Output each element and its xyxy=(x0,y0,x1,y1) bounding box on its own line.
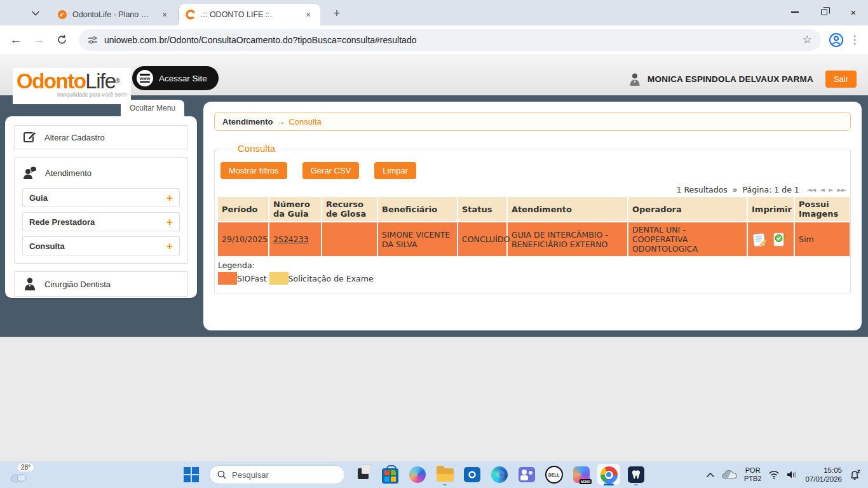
legend-label: Solicitação de Exame xyxy=(288,274,374,283)
reload-button[interactable] xyxy=(52,30,71,50)
legend-swatch-siofast xyxy=(218,272,237,285)
file-explorer-button[interactable] xyxy=(435,464,454,485)
clock[interactable]: 15:05 07/01/2026 xyxy=(805,466,842,484)
site-settings-icon[interactable] xyxy=(88,35,98,45)
results-count: 1 Resultados xyxy=(677,185,728,194)
copilot-icon xyxy=(409,466,426,483)
task-view-icon xyxy=(358,468,369,479)
generate-csv-button[interactable]: Gerar CSV xyxy=(302,162,360,179)
chrome-button[interactable] xyxy=(599,464,618,485)
url-text[interactable]: unioweb.com.br/Odonto/ConsultaOrcamento.… xyxy=(104,35,796,45)
cell-operadora: DENTAL UNI - COOPERATIVA ODONTOLOGICA xyxy=(628,222,747,256)
edge-button[interactable] xyxy=(490,464,509,485)
window-close-button[interactable]: × xyxy=(839,0,868,24)
new-tab-button[interactable]: + xyxy=(329,6,344,21)
dental-app-button[interactable] xyxy=(627,464,646,485)
start-button[interactable] xyxy=(182,464,201,485)
prev-page-icon[interactable]: ◄ xyxy=(820,186,824,193)
print-guide-icon[interactable] xyxy=(752,231,768,248)
active-running-indicator xyxy=(604,484,614,485)
store-icon xyxy=(382,468,398,484)
sidebar-item-atendimento[interactable]: Atendimento xyxy=(22,163,180,183)
legend-swatch-solicitacao xyxy=(269,272,288,285)
running-indicator xyxy=(443,484,447,486)
outlook-icon xyxy=(464,467,480,482)
forward-button[interactable]: → xyxy=(29,30,48,50)
window-restore-button[interactable] xyxy=(810,0,839,24)
tab-odonto-life-active[interactable]: .:: ODONTO LIFE ::. × xyxy=(179,4,320,25)
sidebar-group-atendimento: Atendimento Guia + Rede Prestadora + Con… xyxy=(14,157,188,264)
expand-plus-icon[interactable]: + xyxy=(166,241,173,252)
sidebar-item-rede-prestadora[interactable]: Rede Prestadora + xyxy=(22,212,180,231)
back-button[interactable]: ← xyxy=(6,30,25,50)
system-tray: POR PTB2 15:05 07/01/2026 xyxy=(706,461,862,488)
tab-close-icon[interactable]: × xyxy=(302,9,314,20)
clear-button[interactable]: Limpar xyxy=(374,162,416,179)
notification-bell-icon[interactable] xyxy=(849,469,862,480)
breadcrumb-current[interactable]: Consulta xyxy=(288,117,321,126)
tab-odontolife-plano[interactable]: OdontoLife - Plano Odontológ × xyxy=(51,5,177,24)
sidebar-item-guia[interactable]: Guia + xyxy=(22,188,180,207)
restore-icon xyxy=(821,9,827,15)
edge-icon xyxy=(491,466,508,483)
expand-plus-icon[interactable]: + xyxy=(166,217,173,227)
cell-atendimento: GUIA DE INTERCÂMBIO - BENEFICIÁRIO EXTER… xyxy=(507,222,628,256)
microsoft-store-button[interactable] xyxy=(381,464,400,485)
teams-button[interactable] xyxy=(517,464,536,485)
odontolife-logo[interactable]: OdontoLife® tranquilidade para você sorr… xyxy=(13,68,131,104)
sidebar-item-alterar-cadastro[interactable]: Alterar Cadastro xyxy=(14,125,188,149)
col-periodo: Período xyxy=(218,197,269,222)
page-info: Página: 1 de 1 xyxy=(743,185,799,194)
results-pagination-bar: 1 Resultados » Página: 1 de 1 ◄◄ ◄ ► ►► xyxy=(219,185,846,194)
logout-button[interactable]: Sair xyxy=(825,71,857,88)
language-indicator[interactable]: POR PTB2 xyxy=(744,466,762,483)
dental-app-icon xyxy=(628,466,644,483)
m365-copilot-button[interactable]: M365 xyxy=(572,464,591,485)
volume-icon[interactable] xyxy=(787,470,798,479)
browser-menu-button[interactable]: ⋮ xyxy=(848,33,862,46)
onedrive-icon[interactable] xyxy=(722,470,737,480)
profile-button[interactable] xyxy=(829,32,844,48)
table-header-row: Período Número da Guia Recurso de Glosa … xyxy=(218,197,850,222)
tab-close-icon[interactable]: × xyxy=(159,9,170,20)
sidebar-item-cirurgiao-dentista[interactable]: Cirurgião Dentista xyxy=(14,271,188,297)
window-minimize-button[interactable] xyxy=(780,0,810,24)
browser-tab-strip: OdontoLife - Plano Odontológ × .:: ODONT… xyxy=(0,0,868,25)
first-page-icon[interactable]: ◄◄ xyxy=(807,186,815,193)
cell-imprimir xyxy=(747,222,794,256)
logo-text: OdontoLife® xyxy=(17,71,127,92)
taskbar-search[interactable]: Pesquisar xyxy=(209,465,345,484)
show-filters-button[interactable]: Mostrar filtros xyxy=(220,162,287,179)
tab-search-chevron-icon[interactable] xyxy=(28,6,43,21)
outlook-button[interactable] xyxy=(463,464,482,485)
next-page-icon[interactable]: ► xyxy=(829,186,833,193)
col-numero-guia: Número da Guia xyxy=(269,197,322,222)
dell-app-button[interactable]: DELL xyxy=(545,464,564,485)
tray-expand-chevron-icon[interactable] xyxy=(706,472,715,478)
odontolife-favicon xyxy=(57,10,67,20)
guia-number-link[interactable]: 2524233 xyxy=(273,234,309,244)
breadcrumb-arrow: → xyxy=(276,117,285,126)
hide-menu-tab[interactable]: Ocultar Menu xyxy=(121,100,184,116)
windows-taskbar: 28° Pesquisar xyxy=(0,461,868,488)
weather-temp: 28° xyxy=(18,463,34,471)
address-bar[interactable]: unioweb.com.br/Odonto/ConsultaOrcamento.… xyxy=(79,29,821,51)
cell-numero-guia: 2524233 xyxy=(269,222,322,256)
expand-plus-icon[interactable]: + xyxy=(166,193,173,203)
bookmark-star-icon[interactable]: ☆ xyxy=(803,33,812,46)
dentist-icon xyxy=(23,277,37,291)
taskbar-weather-widget[interactable]: 28° xyxy=(9,463,38,487)
tab-title: .:: ODONTO LIFE ::. xyxy=(201,10,297,19)
task-view-button[interactable] xyxy=(353,464,372,485)
sidebar-item-consulta[interactable]: Consulta + xyxy=(22,236,180,255)
sidebar-item-label: Atendimento xyxy=(45,168,92,178)
cell-recurso-glosa xyxy=(322,222,377,256)
copilot-button[interactable] xyxy=(408,464,427,485)
last-page-icon[interactable]: ►► xyxy=(837,186,846,193)
profile-icon xyxy=(829,32,844,48)
print-approved-icon[interactable] xyxy=(771,231,787,248)
user-icon xyxy=(628,72,642,86)
teams-icon xyxy=(519,467,535,482)
wifi-icon[interactable] xyxy=(768,470,780,479)
access-site-button[interactable]: www Acessar Site xyxy=(132,66,219,90)
